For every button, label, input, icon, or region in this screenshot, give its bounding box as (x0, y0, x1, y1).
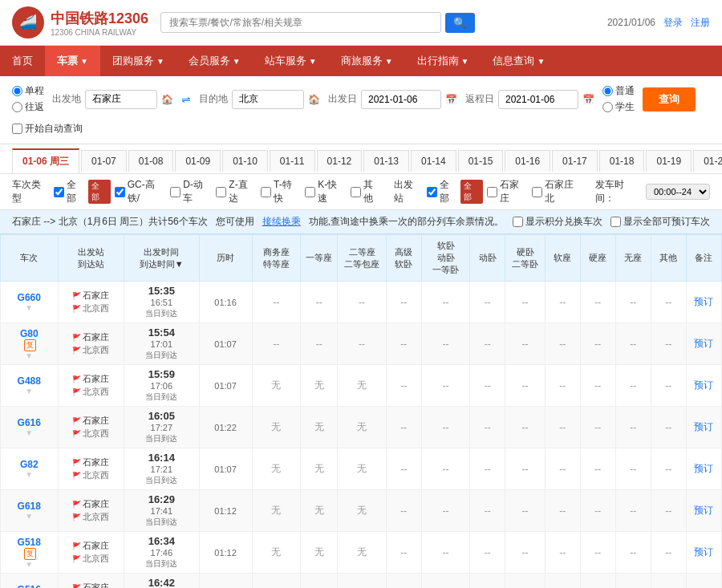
book-link[interactable]: 预订 (694, 338, 713, 349)
date-tab-5[interactable]: 01-11 (270, 150, 315, 172)
all-available-checkbox[interactable] (610, 217, 621, 227)
date-tab-2[interactable]: 01-08 (128, 150, 174, 172)
book-link[interactable]: 预订 (694, 505, 713, 516)
login-link[interactable]: 登录 (663, 16, 683, 30)
cell-note[interactable]: 预订 (686, 323, 721, 365)
nav-station[interactable]: 站车服务 ▼ (253, 46, 329, 76)
date-tab-6[interactable]: 01-12 (317, 150, 363, 172)
date-tab-0[interactable]: 01-06 周三 (12, 148, 79, 173)
register-link[interactable]: 注册 (691, 16, 710, 30)
hard-sleep-seat: -- (522, 339, 529, 350)
cell-no-seat: -- (615, 407, 651, 448)
date-tab-8[interactable]: 01-14 (411, 150, 456, 172)
filter-d[interactable]: D-动车 (170, 178, 212, 205)
round-trip-label[interactable]: 往返 (12, 100, 44, 114)
auto-query-checkbox[interactable] (12, 124, 22, 134)
train-number[interactable]: G518 (18, 537, 41, 548)
points-exchange-label[interactable]: 显示积分兑换车次 (513, 215, 602, 229)
train-number[interactable]: G660 (18, 292, 41, 303)
jiesu-link[interactable]: 接续换乘 (262, 215, 301, 229)
filter-shijiazhuang-north[interactable]: 石家庄北 (532, 178, 582, 205)
filter-z[interactable]: Z-直达 (216, 178, 257, 205)
arr-time: 17:27 (151, 423, 173, 432)
cell-hard-sleep: -- (505, 532, 546, 574)
cell-note[interactable]: 预订 (686, 532, 721, 574)
auto-query-label[interactable]: 开始自动查询 (12, 122, 83, 136)
train-number[interactable]: G618 (18, 501, 41, 512)
train-number[interactable]: G80 (20, 328, 39, 339)
cell-note[interactable]: 预订 (686, 407, 721, 448)
cell-note[interactable]: 预订 (686, 574, 721, 589)
cell-no-seat: -- (615, 448, 651, 490)
date-tab-13[interactable]: 01-19 (646, 150, 692, 172)
book-link[interactable]: 预订 (694, 463, 713, 474)
cell-note[interactable]: 预订 (686, 282, 721, 323)
nav-member[interactable]: 会员服务 ▼ (176, 46, 253, 76)
dep-station: 石家庄 (83, 498, 109, 510)
main-search-input[interactable] (160, 12, 441, 33)
filter-other[interactable]: 其他 (351, 178, 383, 205)
train-number[interactable]: G488 (18, 375, 41, 387)
cell-note[interactable]: 预订 (686, 490, 721, 532)
train-number[interactable]: G616 (18, 417, 41, 428)
normal-ticket-label[interactable]: 普通 (602, 84, 635, 98)
date-tab-3[interactable]: 01-09 (175, 150, 221, 172)
one-way-radio[interactable] (12, 86, 22, 96)
date-tab-10[interactable]: 01-16 (505, 150, 550, 172)
th-soft-seat: 软座 (545, 235, 580, 282)
date-tab-14[interactable]: 01-20 (693, 150, 722, 172)
nav-business[interactable]: 商旅服务 ▼ (329, 46, 405, 76)
cell-other: -- (651, 490, 686, 532)
cell-train: G660 ▼ (1, 282, 59, 323)
filter-k[interactable]: K-快速 (305, 178, 346, 205)
date-tab-9[interactable]: 01-15 (458, 150, 504, 172)
student-ticket-label[interactable]: 学生 (602, 100, 635, 114)
filter-shijiazhuang[interactable]: 石家庄 (487, 178, 528, 205)
one-way-label[interactable]: 单程 (12, 84, 44, 98)
book-link[interactable]: 预订 (694, 421, 713, 432)
cell-adv-soft: -- (386, 574, 421, 589)
date-tab-4[interactable]: 01-10 (222, 150, 268, 172)
to-input[interactable] (232, 90, 304, 109)
query-button[interactable]: 查询 (643, 87, 696, 112)
swap-button[interactable]: ⇌ (181, 93, 191, 106)
main-search-button[interactable]: 🔍 (445, 13, 475, 33)
date-tab-1[interactable]: 01-07 (81, 150, 127, 172)
return-date-input[interactable] (498, 90, 578, 109)
nav-home[interactable]: 首页 (0, 46, 45, 76)
cell-note[interactable]: 预订 (686, 448, 721, 490)
nav-info[interactable]: 信息查询 ▼ (481, 46, 557, 76)
date-tab-12[interactable]: 01-18 (599, 150, 645, 172)
points-exchange-checkbox[interactable] (513, 217, 523, 227)
book-link[interactable]: 预订 (694, 296, 713, 307)
date-tab-11[interactable]: 01-17 (552, 150, 598, 172)
all-available-label[interactable]: 显示全部可预订车次 (610, 215, 710, 229)
nav-tickets[interactable]: 车票 ▼ (45, 46, 100, 76)
filter-t[interactable]: T-特快 (261, 178, 301, 205)
nav-guide[interactable]: 出行指南 ▼ (405, 46, 481, 76)
departure-date-input[interactable] (361, 90, 441, 109)
filter-gc[interactable]: GC-高铁/ (115, 178, 167, 205)
student-ticket-radio[interactable] (602, 102, 613, 112)
round-trip-radio[interactable] (12, 102, 22, 112)
th-note: 备注 (686, 235, 721, 282)
th-adv-soft: 高级软卧 (386, 235, 421, 282)
train-number[interactable]: G82 (20, 459, 39, 470)
book-link[interactable]: 预订 (694, 379, 713, 391)
train-arrow-icon: ▼ (25, 512, 33, 521)
book-link[interactable]: 预订 (694, 546, 713, 558)
cell-adv-soft: -- (386, 407, 421, 448)
train-number[interactable]: G516 (18, 584, 41, 588)
filter-all-stations[interactable]: 全部全部 (427, 178, 483, 205)
filter-all[interactable]: 全部全部 (54, 178, 110, 205)
nav-group[interactable]: 团购服务 ▼ (100, 46, 176, 76)
normal-ticket-radio[interactable] (602, 86, 613, 96)
cell-note[interactable]: 预订 (686, 365, 721, 407)
from-input[interactable] (85, 90, 157, 109)
time-select[interactable]: 00:00--24 (646, 184, 710, 200)
date-tab-7[interactable]: 01-13 (363, 150, 409, 172)
adv-soft-seat: -- (400, 505, 407, 517)
th-dep-time[interactable]: 出发时间到达时间▼ (124, 235, 200, 282)
th-hard-seat: 硬座 (580, 235, 615, 282)
th-first: 一等座 (301, 235, 338, 282)
